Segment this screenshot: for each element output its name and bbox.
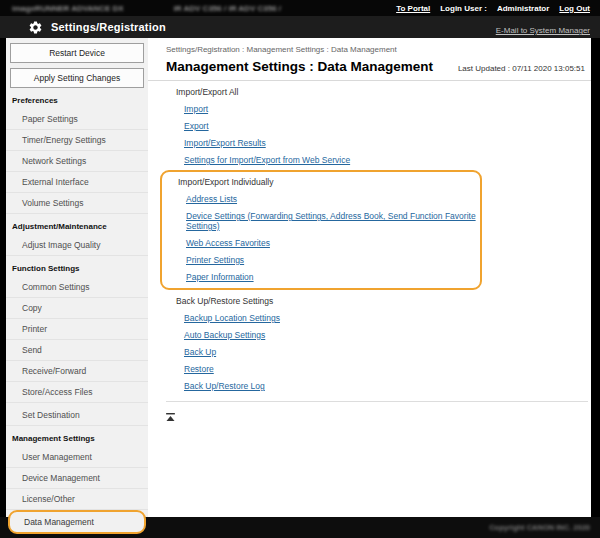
link-row: Export	[148, 117, 591, 134]
sidebar-item-store-access-files[interactable]: Store/Access Files	[6, 382, 148, 403]
copyright-text: Copyright CANON INC. 2020	[489, 523, 590, 532]
highlight-box-import-export-individually: Import/Export Individually Address Lists…	[160, 170, 482, 290]
section-header-backup-restore: Back Up/Restore Settings	[148, 292, 591, 309]
link-row: Back Up	[148, 343, 591, 360]
section-backup-restore: Back Up/Restore Settings Backup Location…	[148, 292, 591, 394]
link-row: Paper Information	[162, 268, 480, 285]
sidebar-item-adjust-image-quality[interactable]: Adjust Image Quality	[6, 235, 148, 256]
paper-information-link[interactable]: Paper Information	[186, 272, 254, 282]
device-name: iR ADV C356 / iR ADV C356 /	[174, 4, 281, 13]
sidebar-header-function-settings: Function Settings	[6, 258, 148, 277]
import-export-results-link[interactable]: Import/Export Results	[184, 138, 266, 148]
sidebar-item-copy[interactable]: Copy	[6, 298, 148, 319]
device-settings-link[interactable]: Device Settings (Forwarding Settings, Ad…	[186, 211, 476, 231]
restore-link[interactable]: Restore	[184, 364, 214, 374]
top-bar: imageRUNNER ADVANCE DX iR ADV C356 / iR …	[0, 0, 600, 16]
sidebar-item-user-management[interactable]: User Management	[6, 447, 148, 468]
sidebar-item-common-settings[interactable]: Common Settings	[6, 277, 148, 298]
section-header-import-export-individually: Import/Export Individually	[162, 173, 480, 190]
settings-nav-bar: Settings/Registration E-Mail to System M…	[0, 16, 600, 38]
sidebar-header-management-settings: Management Settings	[6, 428, 148, 447]
address-lists-link[interactable]: Address Lists	[186, 194, 237, 204]
scroll-to-top-icon[interactable]	[166, 407, 175, 425]
email-to-system-manager-link[interactable]: E-Mail to System Manager	[496, 26, 590, 35]
link-row: Settings for Import/Export from Web Serv…	[148, 151, 591, 168]
gear-icon	[28, 20, 43, 35]
page-title: Management Settings : Data Management	[166, 59, 433, 74]
sidebar-item-send[interactable]: Send	[6, 340, 148, 361]
link-row: Import/Export Results	[148, 134, 591, 151]
last-updated-label: Last Updated : 07/11 2020 13:05:51	[458, 64, 585, 74]
link-row: Device Settings (Forwarding Settings, Ad…	[162, 207, 480, 234]
to-portal-link[interactable]: To Portal	[396, 4, 430, 13]
page-section-title: Settings/Registration	[51, 21, 166, 33]
sidebar-item-external-interface[interactable]: External Interface	[6, 172, 148, 193]
log-out-link[interactable]: Log Out	[559, 4, 590, 13]
link-row: Web Access Favorites	[162, 234, 480, 251]
link-row: Restore	[148, 360, 591, 377]
section-header-import-export-all: Import/Export All	[148, 83, 591, 100]
content-area: Restart Device Apply Setting Changes Pre…	[0, 38, 600, 517]
link-row: Address Lists	[162, 190, 480, 207]
link-row: Import	[148, 100, 591, 117]
export-link[interactable]: Export	[184, 121, 209, 131]
backup-location-settings-link[interactable]: Backup Location Settings	[184, 313, 280, 323]
sidebar-item-paper-settings[interactable]: Paper Settings	[6, 109, 148, 130]
link-row: Auto Backup Settings	[148, 326, 591, 343]
back-up-restore-log-link[interactable]: Back Up/Restore Log	[184, 381, 265, 391]
section-import-export-all: Import/Export All Import Export Import/E…	[148, 83, 591, 168]
link-row: Back Up/Restore Log	[148, 377, 591, 394]
brand-logo: imageRUNNER ADVANCE DX	[12, 4, 124, 13]
sidebar-item-timer-energy-settings[interactable]: Timer/Energy Settings	[6, 130, 148, 151]
sidebar-item-data-management[interactable]: Data Management	[8, 510, 146, 534]
content-divider	[166, 401, 588, 402]
sidebar-item-security-settings[interactable]: Security Settings	[6, 534, 148, 538]
sidebar-header-preferences: Preferences	[6, 90, 148, 109]
sidebar-item-network-settings[interactable]: Network Settings	[6, 151, 148, 172]
restart-device-button[interactable]: Restart Device	[10, 43, 144, 63]
sidebar-item-volume-settings[interactable]: Volume Settings	[6, 193, 148, 214]
back-up-link[interactable]: Back Up	[184, 347, 216, 357]
title-row: Management Settings : Data Management La…	[148, 54, 591, 81]
import-link[interactable]: Import	[184, 104, 208, 114]
main-panel: Settings/Registration : Management Setti…	[148, 38, 591, 517]
apply-setting-changes-button[interactable]: Apply Setting Changes	[10, 68, 144, 88]
login-user-label: Login User :	[440, 4, 487, 13]
sidebar-item-license-other[interactable]: License/Other	[6, 489, 148, 510]
printer-settings-link[interactable]: Printer Settings	[186, 255, 244, 265]
link-row: Printer Settings	[162, 251, 480, 268]
auto-backup-settings-link[interactable]: Auto Backup Settings	[184, 330, 265, 340]
sidebar-header-adjustment-maintenance: Adjustment/Maintenance	[6, 216, 148, 235]
sidebar-item-set-destination[interactable]: Set Destination	[6, 405, 148, 426]
web-access-favorites-link[interactable]: Web Access Favorites	[186, 238, 270, 248]
breadcrumb[interactable]: Settings/Registration : Management Setti…	[148, 38, 591, 54]
sidebar: Restart Device Apply Setting Changes Pre…	[6, 38, 148, 517]
settings-import-export-web-service-link[interactable]: Settings for Import/Export from Web Serv…	[184, 155, 350, 165]
sidebar-item-device-management[interactable]: Device Management	[6, 468, 148, 489]
link-row: Backup Location Settings	[148, 309, 591, 326]
sidebar-item-printer[interactable]: Printer	[6, 319, 148, 340]
sidebar-item-receive-forward[interactable]: Receive/Forward	[6, 361, 148, 382]
login-user-value: Administrator	[497, 4, 549, 13]
